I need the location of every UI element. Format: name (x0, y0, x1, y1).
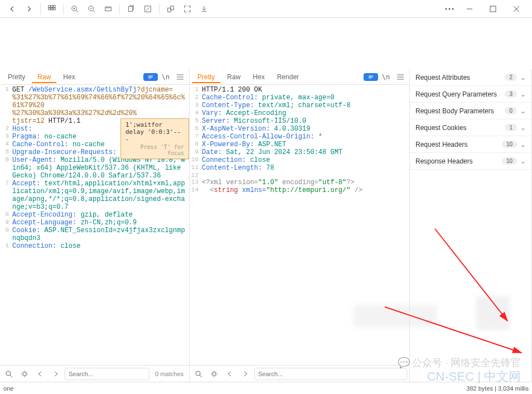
response-editor[interactable]: 1HTTP/1.1 200 OK 2Cache-Control: private… (190, 85, 409, 365)
hamburger-icon[interactable] (394, 71, 407, 83)
chevron-down-icon: ⌄ (520, 124, 526, 132)
svg-rect-4 (51, 8, 53, 10)
svg-rect-0 (49, 5, 51, 7)
scale-icon[interactable] (163, 2, 178, 16)
inspector-row-req-headers[interactable]: Request Headers 10 ⌄ (410, 136, 531, 153)
inspector-row-body-params[interactable]: Request Body Parameters 0 ⌄ (410, 103, 531, 119)
fullscreen-icon[interactable] (180, 2, 195, 16)
svg-point-13 (446, 8, 447, 9)
inspector-row-cookies[interactable]: Request Cookies 1 ⌄ (410, 119, 531, 136)
main-content: Pretty Raw Hex \n 1GET /WebService.asmx/… (0, 69, 532, 382)
copy-icon[interactable] (123, 2, 139, 16)
chevron-down-icon: ⌄ (520, 107, 526, 115)
tab-response-pretty[interactable]: Pretty (192, 71, 220, 83)
request-tabs: Pretty Raw Hex \n (0, 69, 189, 85)
send-left-icon[interactable] (223, 368, 236, 380)
forward-button[interactable] (21, 2, 37, 16)
close-button[interactable] (505, 2, 528, 16)
svg-point-19 (23, 372, 26, 376)
response-bottombar (190, 365, 409, 382)
response-pane: Pretty Raw Hex Render \n 1HTTP/1.1 200 O… (190, 69, 410, 382)
response-tabs: Pretty Raw Hex Render \n (190, 69, 409, 85)
tab-request-pretty[interactable]: Pretty (2, 71, 31, 83)
tab-response-raw[interactable]: Raw (221, 71, 246, 83)
svg-rect-12 (171, 6, 173, 9)
send-right-icon[interactable] (239, 368, 252, 380)
maximize-button[interactable] (482, 2, 504, 16)
svg-rect-11 (168, 8, 171, 12)
request-bottombar: 0 matches (0, 365, 189, 382)
inspector-row-query-params[interactable]: Request Query Parameters 3 ⌄ (410, 86, 531, 103)
chevron-down-icon: ⌄ (520, 90, 526, 98)
back-button[interactable] (4, 2, 20, 16)
svg-rect-16 (490, 6, 496, 12)
tab-response-render[interactable]: Render (272, 71, 304, 83)
actions-button[interactable] (143, 73, 158, 81)
actions-button[interactable] (364, 73, 378, 81)
svg-rect-9 (129, 6, 133, 11)
status-left: one (3, 385, 13, 392)
main-toolbar (0, 0, 532, 18)
hamburger-icon[interactable] (173, 71, 187, 83)
request-pane: Pretty Raw Hex \n 1GET /WebService.asmx/… (0, 69, 190, 382)
response-search-input[interactable] (254, 368, 407, 380)
svg-point-22 (212, 372, 216, 376)
svg-point-14 (449, 8, 451, 9)
svg-point-21 (196, 371, 200, 376)
request-editor[interactable]: 1GET /WebService.asmx/GetLshByTj?djcname… (0, 85, 189, 365)
chevron-down-icon: ⌄ (520, 141, 526, 148)
grid-icon[interactable] (44, 2, 60, 16)
newline-icon[interactable]: \n (159, 71, 172, 83)
inspector-pane: Request Attributes 2 ⌄ Request Query Par… (410, 69, 532, 382)
svg-point-18 (6, 371, 11, 376)
status-bar: one 382 bytes | 3,034 millis (0, 382, 532, 394)
svg-rect-1 (51, 5, 53, 7)
request-match-count: 0 matches (152, 371, 187, 377)
gear-icon[interactable] (207, 368, 221, 380)
svg-point-15 (452, 8, 454, 9)
send-left-icon[interactable] (33, 368, 47, 380)
gear-icon[interactable] (18, 368, 31, 380)
send-right-icon[interactable] (49, 368, 62, 380)
request-search-input[interactable] (65, 368, 149, 380)
search-icon[interactable] (192, 368, 205, 380)
download-icon[interactable] (196, 2, 212, 16)
more-icon[interactable] (442, 2, 457, 16)
tab-request-hex[interactable]: Hex (57, 71, 80, 83)
newline-icon[interactable]: \n (379, 71, 393, 83)
zoom-in-icon[interactable] (67, 2, 83, 16)
svg-rect-5 (54, 8, 56, 10)
chevron-down-icon: ⌄ (520, 157, 526, 165)
status-right: 382 bytes | 3,034 millis (466, 385, 529, 392)
zoom-out-icon[interactable] (84, 2, 99, 16)
inspector-row-resp-headers[interactable]: Response Headers 10 ⌄ (410, 153, 531, 170)
inspector-row-request-attributes[interactable]: Request Attributes 2 ⌄ (410, 69, 531, 86)
minimize-button[interactable] (458, 2, 481, 16)
svg-rect-3 (49, 8, 51, 10)
search-icon[interactable] (2, 368, 16, 380)
decode-tooltip: 1';waitfor delay '0:0:3'-- - Press 'T' f… (120, 118, 189, 159)
tab-request-raw[interactable]: Raw (32, 71, 56, 83)
svg-rect-2 (54, 5, 56, 7)
chevron-down-icon: ⌄ (520, 74, 526, 81)
ruler-icon[interactable] (100, 2, 116, 16)
edit-icon[interactable] (140, 2, 156, 16)
tab-response-hex[interactable]: Hex (247, 71, 270, 83)
